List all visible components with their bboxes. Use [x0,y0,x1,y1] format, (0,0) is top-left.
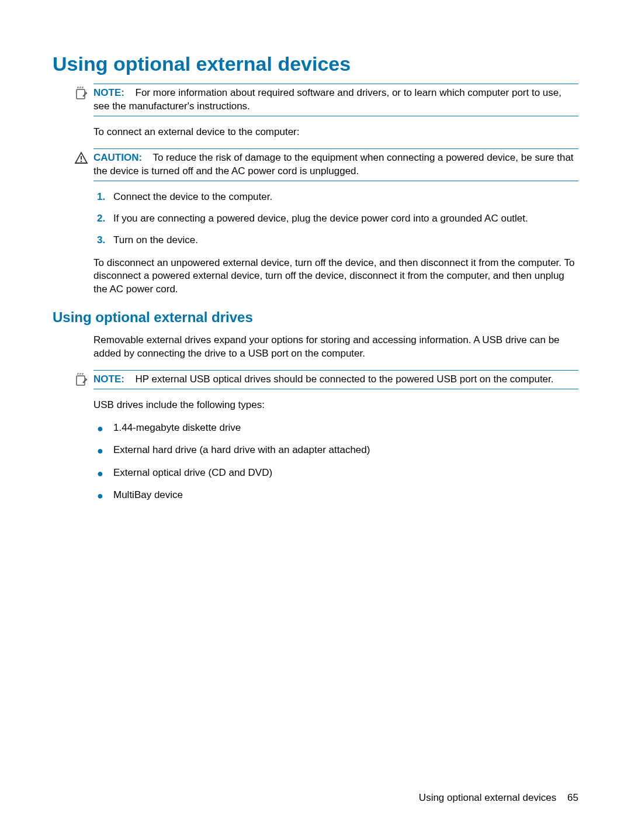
list-item: ● 1.44-megabyte diskette drive [93,421,578,435]
caution-icon [74,150,89,165]
para-usb-types: USB drives include the following types: [93,399,578,412]
note-label: NOTE: [93,374,124,385]
content-body: NOTE: For more information about require… [53,84,578,503]
caution-spacer [145,152,153,163]
bullet-icon: ● [97,444,113,458]
note-text [127,87,135,98]
note-icon [74,372,89,387]
note-label: NOTE: [93,87,124,98]
footer-text: Using optional external devices [419,792,556,803]
list-item: ● External hard drive (a hard drive with… [93,444,578,458]
step-text: Connect the device to the computer. [113,191,578,204]
note-spacer-2 [127,374,135,385]
bullet-text: MultiBay device [113,489,183,502]
caution-label: CAUTION: [93,152,142,163]
note-callout-1: NOTE: For more information about require… [93,84,578,116]
note-body-1: For more information about required soft… [93,87,561,112]
list-item: ● External optical drive (CD and DVD) [93,466,578,481]
bullet-text: External optical drive (CD and DVD) [113,466,272,480]
bullet-text: 1.44-megabyte diskette drive [113,421,241,435]
para-removable: Removable external drives expand your op… [93,334,578,361]
usb-types-list: ● 1.44-megabyte diskette drive ● Externa… [93,421,578,503]
step-number: 2. [97,212,113,226]
sub-heading: Using optional external drives [53,309,578,326]
svg-point-2 [81,161,82,163]
svg-rect-3 [77,376,85,385]
step-number: 1. [97,191,113,204]
main-heading: Using optional external devices [53,53,578,75]
step-text: Turn on the device. [113,234,578,247]
svg-rect-0 [77,89,85,99]
note-body-2: HP external USB optical drives should be… [136,374,554,385]
step-text: If you are connecting a powered device, … [113,212,578,226]
bullet-icon: ● [97,421,113,435]
list-item: ● MultiBay device [93,489,578,503]
step-2: 2. If you are connecting a powered devic… [93,212,578,226]
page-number: 65 [567,792,578,803]
step-3: 3. Turn on the device. [93,234,578,247]
para-disconnect: To disconnect an unpowered external devi… [93,257,578,297]
caution-body: To reduce the risk of damage to the equi… [93,152,574,177]
bullet-text: External hard drive (a hard drive with a… [113,444,370,457]
para-connect-intro: To connect an external device to the com… [93,126,578,139]
note-callout-2: NOTE: HP external USB optical drives sho… [93,370,578,389]
bullet-icon: ● [97,466,113,481]
bullet-icon: ● [97,489,113,503]
caution-callout: CAUTION: To reduce the risk of damage to… [93,148,578,181]
document-page: Using optional external devices NOTE: Fo… [0,0,631,547]
page-footer: Using optional external devices 65 [419,792,578,804]
step-number: 3. [97,234,113,247]
note-icon [74,85,89,101]
connect-steps: 1. Connect the device to the computer. 2… [93,191,578,247]
step-1: 1. Connect the device to the computer. [93,191,578,204]
